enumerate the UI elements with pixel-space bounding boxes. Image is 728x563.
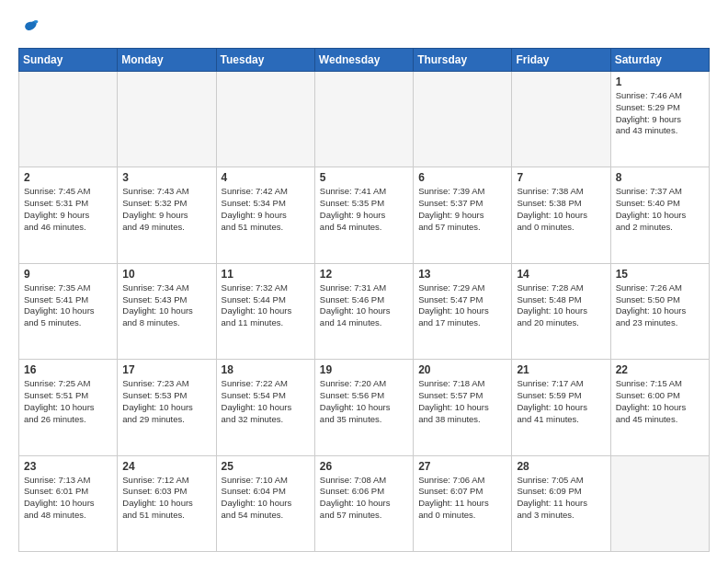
day-number: 3: [122, 171, 210, 184]
week-row-4: 16Sunrise: 7:25 AM Sunset: 5:51 PM Dayli…: [19, 360, 710, 455]
logo-bird-icon: [20, 18, 40, 39]
weekday-sunday: Sunday: [19, 49, 118, 72]
calendar-cell: 9Sunrise: 7:35 AM Sunset: 5:41 PM Daylig…: [19, 263, 118, 359]
day-info: Sunrise: 7:18 AM Sunset: 5:57 PM Dayligh…: [418, 378, 506, 425]
calendar-cell: 11Sunrise: 7:32 AM Sunset: 5:44 PM Dayli…: [216, 263, 314, 359]
calendar-cell: [512, 72, 610, 167]
day-info: Sunrise: 7:22 AM Sunset: 5:54 PM Dayligh…: [222, 378, 310, 425]
day-number: 1: [616, 75, 704, 88]
day-info: Sunrise: 7:35 AM Sunset: 5:41 PM Dayligh…: [24, 282, 112, 329]
weekday-saturday: Saturday: [610, 49, 709, 72]
weekday-header-row: SundayMondayTuesdayWednesdayThursdayFrid…: [19, 49, 710, 72]
day-info: Sunrise: 7:32 AM Sunset: 5:44 PM Dayligh…: [222, 282, 310, 329]
day-info: Sunrise: 7:15 AM Sunset: 6:00 PM Dayligh…: [616, 378, 704, 425]
day-number: 24: [122, 460, 210, 473]
calendar-cell: 2Sunrise: 7:45 AM Sunset: 5:31 PM Daylig…: [19, 167, 118, 263]
calendar: SundayMondayTuesdayWednesdayThursdayFrid…: [18, 48, 710, 552]
day-info: Sunrise: 7:45 AM Sunset: 5:31 PM Dayligh…: [24, 186, 112, 233]
day-number: 15: [616, 268, 704, 281]
day-info: Sunrise: 7:39 AM Sunset: 5:37 PM Dayligh…: [418, 186, 506, 233]
calendar-cell: 20Sunrise: 7:18 AM Sunset: 5:57 PM Dayli…: [414, 360, 512, 455]
day-info: Sunrise: 7:05 AM Sunset: 6:09 PM Dayligh…: [517, 475, 605, 522]
day-info: Sunrise: 7:41 AM Sunset: 5:35 PM Dayligh…: [320, 186, 408, 233]
calendar-cell: 27Sunrise: 7:06 AM Sunset: 6:07 PM Dayli…: [414, 455, 512, 551]
day-number: 8: [616, 171, 704, 184]
day-info: Sunrise: 7:38 AM Sunset: 5:38 PM Dayligh…: [517, 186, 605, 233]
calendar-cell: 4Sunrise: 7:42 AM Sunset: 5:34 PM Daylig…: [216, 167, 314, 263]
day-info: Sunrise: 7:20 AM Sunset: 5:56 PM Dayligh…: [320, 378, 408, 425]
calendar-cell: 19Sunrise: 7:20 AM Sunset: 5:56 PM Dayli…: [314, 360, 413, 455]
day-number: 18: [222, 363, 310, 376]
calendar-cell: 24Sunrise: 7:12 AM Sunset: 6:03 PM Dayli…: [118, 455, 216, 551]
calendar-cell: 1Sunrise: 7:46 AM Sunset: 5:29 PM Daylig…: [610, 72, 709, 167]
day-number: 23: [24, 460, 112, 473]
day-number: 27: [418, 460, 506, 473]
day-info: Sunrise: 7:28 AM Sunset: 5:48 PM Dayligh…: [517, 282, 605, 329]
day-number: 17: [122, 363, 210, 376]
day-info: Sunrise: 7:12 AM Sunset: 6:03 PM Dayligh…: [122, 475, 210, 522]
calendar-cell: [216, 72, 314, 167]
calendar-cell: 12Sunrise: 7:31 AM Sunset: 5:46 PM Dayli…: [314, 263, 413, 359]
weekday-wednesday: Wednesday: [314, 49, 413, 72]
day-number: 11: [222, 268, 310, 281]
day-number: 12: [320, 268, 408, 281]
day-number: 6: [418, 171, 506, 184]
day-number: 20: [418, 363, 506, 376]
calendar-cell: [414, 72, 512, 167]
calendar-cell: [610, 455, 709, 551]
calendar-cell: 14Sunrise: 7:28 AM Sunset: 5:48 PM Dayli…: [512, 263, 610, 359]
day-number: 16: [24, 363, 112, 376]
day-number: 9: [24, 268, 112, 281]
calendar-cell: 10Sunrise: 7:34 AM Sunset: 5:43 PM Dayli…: [118, 263, 216, 359]
calendar-cell: 7Sunrise: 7:38 AM Sunset: 5:38 PM Daylig…: [512, 167, 610, 263]
day-number: 21: [517, 363, 605, 376]
week-row-3: 9Sunrise: 7:35 AM Sunset: 5:41 PM Daylig…: [19, 263, 710, 359]
calendar-cell: [314, 72, 413, 167]
weekday-tuesday: Tuesday: [216, 49, 314, 72]
day-info: Sunrise: 7:08 AM Sunset: 6:06 PM Dayligh…: [320, 475, 408, 522]
day-number: 10: [122, 268, 210, 281]
day-info: Sunrise: 7:43 AM Sunset: 5:32 PM Dayligh…: [122, 186, 210, 233]
calendar-cell: 26Sunrise: 7:08 AM Sunset: 6:06 PM Dayli…: [314, 455, 413, 551]
calendar-cell: 5Sunrise: 7:41 AM Sunset: 5:35 PM Daylig…: [314, 167, 413, 263]
day-number: 13: [418, 268, 506, 281]
day-number: 7: [517, 171, 605, 184]
calendar-cell: 25Sunrise: 7:10 AM Sunset: 6:04 PM Dayli…: [216, 455, 314, 551]
week-row-1: 1Sunrise: 7:46 AM Sunset: 5:29 PM Daylig…: [19, 72, 710, 167]
calendar-cell: 23Sunrise: 7:13 AM Sunset: 6:01 PM Dayli…: [19, 455, 118, 551]
day-info: Sunrise: 7:26 AM Sunset: 5:50 PM Dayligh…: [616, 282, 704, 329]
week-row-2: 2Sunrise: 7:45 AM Sunset: 5:31 PM Daylig…: [19, 167, 710, 263]
day-info: Sunrise: 7:37 AM Sunset: 5:40 PM Dayligh…: [616, 186, 704, 233]
day-number: 26: [320, 460, 408, 473]
day-number: 5: [320, 171, 408, 184]
day-info: Sunrise: 7:10 AM Sunset: 6:04 PM Dayligh…: [222, 475, 310, 522]
calendar-cell: 15Sunrise: 7:26 AM Sunset: 5:50 PM Dayli…: [610, 263, 709, 359]
day-info: Sunrise: 7:46 AM Sunset: 5:29 PM Dayligh…: [616, 90, 704, 137]
day-info: Sunrise: 7:42 AM Sunset: 5:34 PM Dayligh…: [222, 186, 310, 233]
calendar-cell: 28Sunrise: 7:05 AM Sunset: 6:09 PM Dayli…: [512, 455, 610, 551]
day-info: Sunrise: 7:23 AM Sunset: 5:53 PM Dayligh…: [122, 378, 210, 425]
header: [18, 15, 710, 39]
day-number: 28: [517, 460, 605, 473]
day-info: Sunrise: 7:29 AM Sunset: 5:47 PM Dayligh…: [418, 282, 506, 329]
logo: [18, 18, 40, 39]
calendar-cell: 16Sunrise: 7:25 AM Sunset: 5:51 PM Dayli…: [19, 360, 118, 455]
calendar-cell: 3Sunrise: 7:43 AM Sunset: 5:32 PM Daylig…: [118, 167, 216, 263]
day-info: Sunrise: 7:31 AM Sunset: 5:46 PM Dayligh…: [320, 282, 408, 329]
calendar-cell: 13Sunrise: 7:29 AM Sunset: 5:47 PM Dayli…: [414, 263, 512, 359]
day-number: 25: [222, 460, 310, 473]
calendar-cell: [118, 72, 216, 167]
weekday-thursday: Thursday: [414, 49, 512, 72]
day-info: Sunrise: 7:34 AM Sunset: 5:43 PM Dayligh…: [122, 282, 210, 329]
day-info: Sunrise: 7:17 AM Sunset: 5:59 PM Dayligh…: [517, 378, 605, 425]
calendar-cell: 6Sunrise: 7:39 AM Sunset: 5:37 PM Daylig…: [414, 167, 512, 263]
day-info: Sunrise: 7:25 AM Sunset: 5:51 PM Dayligh…: [24, 378, 112, 425]
calendar-cell: 17Sunrise: 7:23 AM Sunset: 5:53 PM Dayli…: [118, 360, 216, 455]
calendar-cell: 8Sunrise: 7:37 AM Sunset: 5:40 PM Daylig…: [610, 167, 709, 263]
day-number: 4: [222, 171, 310, 184]
day-number: 2: [24, 171, 112, 184]
day-info: Sunrise: 7:13 AM Sunset: 6:01 PM Dayligh…: [24, 475, 112, 522]
day-info: Sunrise: 7:06 AM Sunset: 6:07 PM Dayligh…: [418, 475, 506, 522]
day-number: 14: [517, 268, 605, 281]
calendar-cell: 21Sunrise: 7:17 AM Sunset: 5:59 PM Dayli…: [512, 360, 610, 455]
